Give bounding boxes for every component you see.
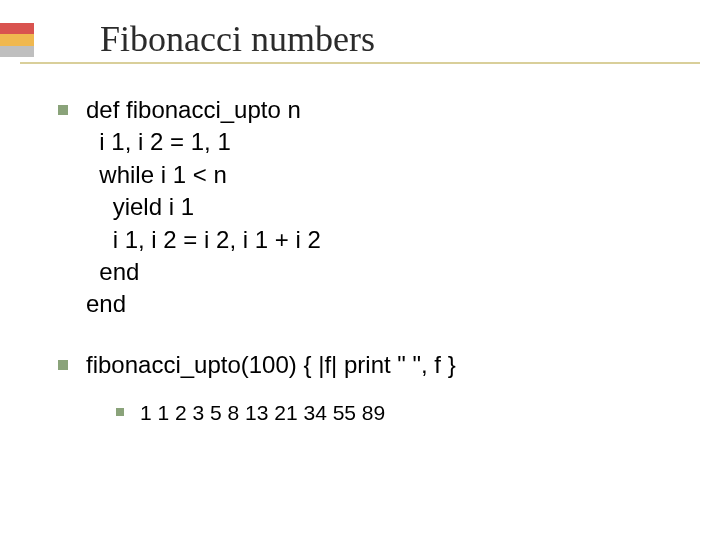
slide-title: Fibonacci numbers	[100, 18, 375, 60]
call-line: fibonacci_upto(100) { |f| print " ", f }	[86, 349, 456, 381]
title-underline	[20, 62, 700, 64]
output-line: 1 1 2 3 5 8 13 21 34 55 89	[140, 399, 385, 427]
code-line-7: end	[86, 290, 126, 317]
bullet-code: def fibonacci_upto n i 1, i 2 = 1, 1 whi…	[58, 94, 690, 321]
slide-content: def fibonacci_upto n i 1, i 2 = 1, 1 whi…	[58, 94, 690, 427]
code-line-1: def fibonacci_upto n	[86, 96, 301, 123]
code-line-4: yield i 1	[86, 193, 194, 220]
code-block: def fibonacci_upto n i 1, i 2 = 1, 1 whi…	[86, 94, 321, 321]
code-line-3: while i 1 < n	[86, 161, 227, 188]
sub-bullet-output: 1 1 2 3 5 8 13 21 34 55 89	[116, 399, 690, 427]
code-line-2: i 1, i 2 = 1, 1	[86, 128, 231, 155]
accent-bar	[0, 23, 34, 57]
bullet-call: fibonacci_upto(100) { |f| print " ", f }	[58, 349, 690, 381]
bullet-icon	[116, 408, 124, 416]
bullet-icon	[58, 105, 68, 115]
code-line-6: end	[86, 258, 139, 285]
code-line-5: i 1, i 2 = i 2, i 1 + i 2	[86, 226, 321, 253]
bullet-icon	[58, 360, 68, 370]
